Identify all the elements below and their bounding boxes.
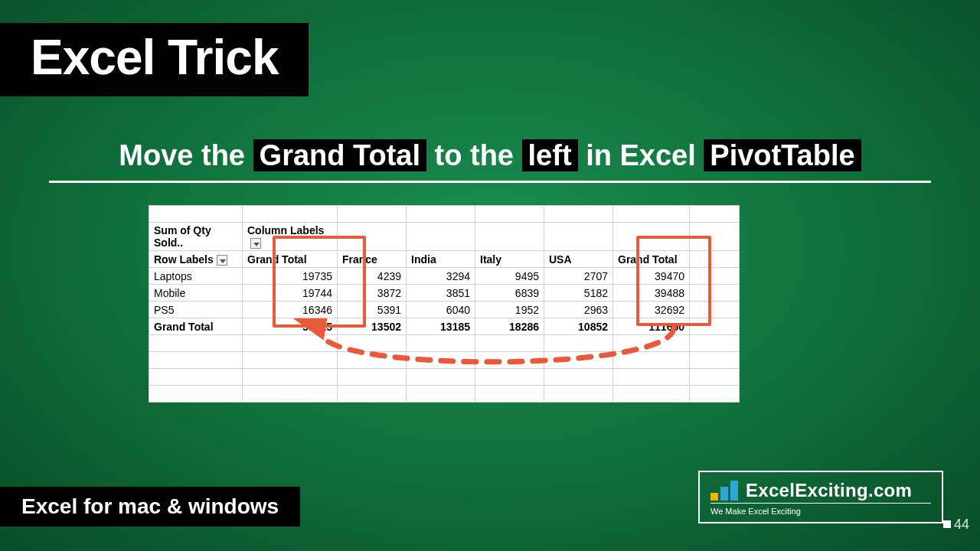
logo-corner-icon [943,520,951,528]
st-h2: left [522,139,578,171]
pivot-table: Sum of Qty Sold.. Column Labels Row Labe… [149,205,740,396]
col-italy: Italy [475,251,544,268]
col-gt-left: Grand Total [243,251,338,268]
logo-text: ExcelExciting.com [746,480,912,501]
pivot-corner: Sum of Qty Sold.. [149,223,243,251]
row-mobile: Mobile 19744 3872 3851 6839 5182 39488 [149,285,740,302]
col-india: India [407,251,475,268]
logo-tagline: We Make Excel Exciting [710,503,931,516]
col-usa: USA [544,251,613,268]
logo-box: ExcelExciting.com We Make Excel Exciting [698,471,943,523]
title-text: Excel Trick [31,30,278,85]
title-bar: Excel Trick [0,23,309,96]
col-france: France [338,251,407,268]
st-p1: Move the [119,139,245,171]
footer-text: Excel for mac & windows [21,494,279,518]
col-gt-right: Grand Total [613,251,690,268]
subtitle: Move the Grand Total to the left in Exce… [49,139,931,172]
st-h3: PivotTable [704,139,861,171]
subtitle-rule [49,181,931,183]
slide-number: 44 [954,517,969,533]
dropdown-icon[interactable] [217,255,227,266]
row-laptops: Laptops 19735 4239 3294 9495 2707 39470 [149,268,740,285]
row-grand-total: Grand Total 55825 13502 13185 18286 1085… [149,318,740,335]
logo-bars-icon [710,481,738,500]
pivot-row-caption[interactable]: Row Labels [149,251,243,268]
dropdown-icon[interactable] [250,238,261,249]
st-h1: Grand Total [253,139,426,171]
st-p3: in Excel [586,139,696,171]
row-ps5: PS5 16346 5391 6040 1952 2963 32692 [149,302,740,318]
st-p2: to the [435,139,514,171]
pivot-col-caption[interactable]: Column Labels [243,223,338,251]
footer-badge: Excel for mac & windows [0,487,300,527]
